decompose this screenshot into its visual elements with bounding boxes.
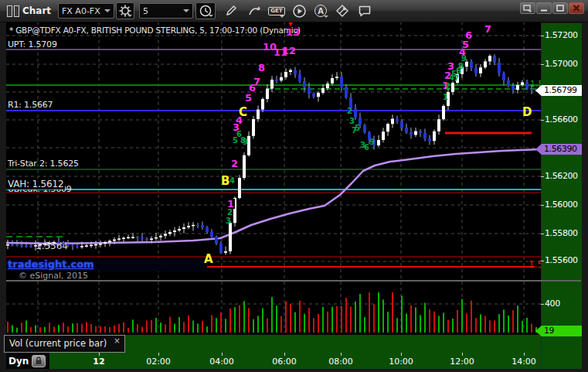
chart-annotation: B — [221, 176, 229, 187]
chart-annotation: 9 — [461, 55, 467, 63]
popout-icon — [523, 5, 532, 12]
price-axis-tick-label: 1.57000 — [545, 59, 578, 69]
lock-button[interactable] — [32, 355, 46, 367]
watermark-link: tradesight.com — [8, 258, 94, 270]
price-axis-tick-mark — [541, 205, 544, 206]
time-axis-tick-mark — [99, 353, 100, 356]
level-label-vah: VAH: 1.5612 — [6, 179, 65, 189]
price-axis-tick-mark — [541, 120, 544, 121]
level-label-r1: R1: 1.5667 — [8, 100, 53, 110]
time-axis-label: 12:00 — [450, 357, 474, 367]
price-axis-tick-label: 1.56000 — [545, 200, 578, 210]
chart-annotation: 8 — [258, 63, 265, 73]
chart-annotation: 2 — [347, 108, 352, 115]
play-button[interactable] — [290, 2, 308, 19]
chart-annotation: 6 — [364, 144, 369, 152]
price-axis-tick-label: 1.57200 — [545, 30, 578, 40]
close-button[interactable] — [569, 2, 584, 14]
maximize-button[interactable] — [552, 2, 568, 14]
price-axis-tick-label: 400 — [545, 299, 560, 309]
line-study-button[interactable] — [246, 2, 264, 19]
time-axis-label: 14:00 — [512, 357, 536, 367]
interval-value: 5 — [143, 6, 148, 16]
pencil-icon — [224, 4, 238, 18]
time-axis-tick-mark — [158, 353, 159, 356]
comment-button[interactable] — [355, 2, 374, 19]
chart-annotation: 1 — [443, 94, 448, 101]
symbol-settings-button[interactable] — [116, 2, 134, 19]
minimize-button[interactable] — [536, 2, 552, 14]
chart-window: Chart FX A0-FX 5 — [0, 0, 588, 372]
price-axis-tick-mark — [541, 36, 544, 36]
play-icon — [292, 4, 307, 19]
chart-annotation: 3 — [349, 118, 355, 125]
last-volume-badge: 19 — [535, 326, 582, 336]
chart-annotation: C — [239, 107, 247, 118]
price-axis-tick-label: 1.56200 — [545, 171, 578, 181]
ma-price-badge: 1.56390 — [535, 144, 582, 155]
dyn-control: Dyn — [6, 353, 49, 369]
price-axis-tick-label: 1.55800 — [545, 228, 578, 238]
chart-annotation: 7 — [352, 127, 357, 135]
chart-annotation: 7 — [484, 24, 491, 34]
tab-close-icon[interactable]: × — [114, 337, 120, 345]
chevron-down-icon — [127, 15, 132, 17]
chart-annotation: A — [204, 254, 213, 265]
speech-bubble-icon — [357, 4, 372, 19]
chevron-down-icon — [324, 15, 328, 18]
price-axis-tick-mark — [541, 261, 544, 261]
symbol-combobox[interactable]: FX A0-FX — [58, 3, 114, 19]
chevron-down-icon — [280, 15, 284, 18]
interval-combobox[interactable]: 5 — [139, 3, 193, 19]
price-axis[interactable] — [541, 23, 582, 369]
time-axis-label: 10:00 — [389, 357, 413, 367]
tab-volume-study[interactable]: Vol (current price bar) × — [4, 335, 125, 353]
curve-arrow-icon — [247, 4, 263, 18]
pane-divider[interactable] — [6, 280, 581, 282]
time-axis-label: 08:00 — [328, 357, 353, 367]
chart-annotation: 2 — [230, 159, 239, 169]
chart-annotation: 2 — [227, 209, 233, 217]
lock-icon — [35, 357, 42, 365]
close-icon — [573, 5, 580, 12]
time-axis-label: 02:00 — [146, 357, 171, 367]
time-axis-tick-mark — [341, 353, 342, 356]
swap-symbol-button[interactable] — [333, 2, 352, 19]
chart-annotation: 9 — [243, 138, 248, 146]
time-axis-tick-mark — [284, 353, 285, 356]
tab-label: Vol (current price bar) — [9, 338, 107, 349]
price-axis-tick-mark — [541, 64, 544, 65]
time-template-button[interactable] — [195, 2, 216, 19]
popout-button[interactable] — [520, 2, 535, 14]
get-data-button[interactable]: GET — [267, 2, 286, 19]
dyn-button[interactable]: Dyn — [8, 356, 29, 367]
draw-tools-button[interactable] — [222, 2, 240, 19]
chevron-down-icon — [183, 9, 189, 12]
get-icon: GET — [268, 7, 284, 15]
chevron-down-icon — [104, 9, 110, 12]
diamond-arrows-icon — [335, 3, 350, 19]
chart-annotation: 4 — [229, 177, 235, 185]
chart-annotation: 12 — [282, 46, 296, 56]
chevron-down-icon — [209, 15, 213, 17]
price-axis-tick-mark — [541, 176, 544, 177]
window-title: Chart — [22, 5, 51, 16]
level-label-upt: UPT: 1.5709 — [8, 39, 57, 49]
chart-annotation: 5 — [245, 93, 252, 103]
price-axis-tick-label: 1.56600 — [545, 114, 578, 125]
chart-annotation: 13 — [286, 27, 300, 37]
price-axis-tick-mark — [541, 304, 544, 305]
chart-header: * GBP@TDFX A0-FX, BRITISH POUND STERLING… — [9, 26, 301, 35]
level-label-tristar2: Tri-Star 2: 1.5625 — [8, 159, 79, 169]
price-axis-tick-label: 1.55600 — [545, 255, 578, 265]
symbol-value: FX A0-FX — [62, 6, 100, 16]
price-axis-tick-mark — [541, 234, 544, 234]
minimize-icon — [540, 5, 548, 12]
chart-annotation: 2 — [445, 83, 450, 90]
time-axis-label: 04:00 — [209, 357, 234, 367]
chart-annotation: 8 — [458, 63, 464, 70]
chart-annotation: 9 — [369, 138, 375, 146]
time-axis-tick-mark — [462, 353, 463, 356]
alerts-button[interactable]: A — [311, 2, 330, 19]
chart-annotation: 7 — [454, 75, 459, 83]
